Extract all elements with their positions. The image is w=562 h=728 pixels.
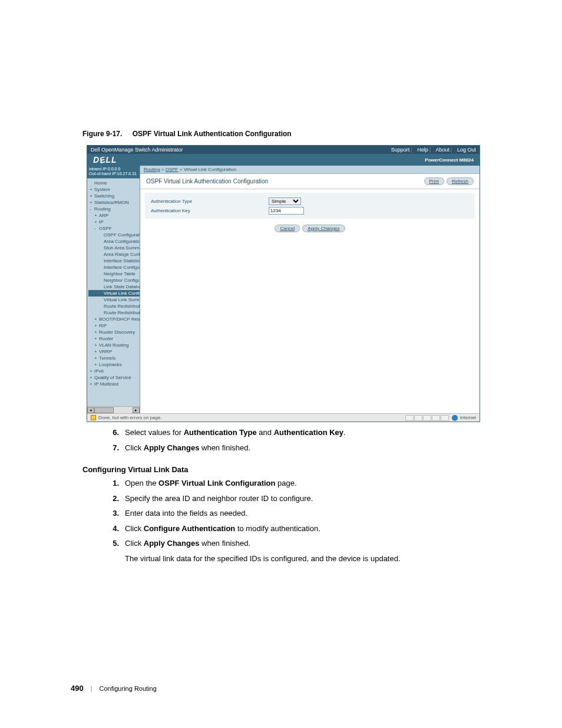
tree-item-label: Neighbor Table [104, 271, 135, 276]
tree-item-label: Switching [94, 193, 114, 199]
tree-item-label: VLAN Routing [99, 342, 129, 348]
tree-item[interactable]: Neighbor Configurat [88, 277, 140, 284]
brand-logo: DELL [93, 155, 117, 164]
tree-item-label: RIP [99, 323, 107, 328]
figure-caption: Figure 9-17. OSPF Virtual Link Authentic… [71, 130, 491, 138]
step-text: Select values for Authentication Type an… [125, 427, 491, 439]
warning-icon [91, 415, 96, 420]
status-bar: Done, but with errors on page. Internet [87, 413, 480, 421]
step-text: Specify the area ID and neighbor router … [125, 493, 491, 505]
tree-item[interactable]: +Loopbacks [88, 361, 140, 368]
apply-button[interactable]: Apply Changes [302, 225, 345, 232]
tree-expand-icon: + [94, 362, 99, 367]
tree-expand-icon: - [94, 226, 99, 231]
tree-item[interactable]: +Switching [88, 193, 140, 199]
tree-item[interactable]: +RIP [88, 322, 140, 329]
tree-expand-icon: + [90, 193, 94, 199]
left-pane: Inband IP:0.0.0.0 Out-of-band IP:10.27.6… [87, 166, 140, 413]
tree-item[interactable]: +IPv6 [88, 368, 140, 374]
tree-item[interactable]: +System [88, 186, 140, 193]
tree-item[interactable]: Route Redistribution [88, 309, 140, 316]
ip-inband: Inband IP:0.0.0.0 [89, 167, 138, 172]
tree-item[interactable]: +Router Discovery [88, 329, 140, 335]
nav-tree[interactable]: Home+System+Switching+Statistics/RMON-Ro… [87, 179, 140, 406]
brand-bar: DELL PowerConnect M8024 [87, 154, 480, 166]
breadcrumb-routing[interactable]: Routing [144, 167, 160, 172]
scroll-right-icon[interactable]: ▸ [133, 407, 140, 413]
step-number: 1. [106, 477, 119, 489]
row-auth-key: Authentication Key [151, 206, 469, 215]
scroll-thumb[interactable] [94, 407, 114, 413]
cancel-button[interactable]: Cancel [275, 225, 300, 232]
ip-outband: Out-of-band IP:10.27.6.31 [89, 172, 138, 176]
tree-item[interactable]: +Tunnels [88, 355, 140, 361]
tree-item[interactable]: Home [88, 180, 140, 186]
tree-item[interactable]: +IP [88, 219, 140, 225]
tree-item-label: ARP [99, 213, 108, 218]
tree-item-label: Area Configuration [104, 239, 140, 244]
tree-item[interactable]: Area Configuration [88, 238, 140, 245]
tree-expand-icon: + [90, 375, 94, 380]
step-text: Click Apply Changes when finished.The vi… [125, 538, 491, 564]
tree-item[interactable]: +ARP [88, 212, 140, 219]
tree-item[interactable]: Virtual Link Config [88, 290, 140, 297]
tree-item-label: VRRP [99, 349, 112, 354]
horiz-scrollbar[interactable]: ◂ ▸ [87, 406, 140, 413]
tree-item[interactable]: Interface Configurati [88, 264, 140, 271]
figure-title: OSPF Virtual Link Authentication Configu… [133, 130, 292, 138]
input-auth-key[interactable] [269, 207, 304, 215]
tree-expand-icon: - [90, 206, 94, 212]
tree-item[interactable]: +IP Multicast [88, 381, 140, 387]
tree-item[interactable]: Area Range Configu [88, 251, 140, 258]
step-text: Open the OSPF Virtual Link Configuration… [125, 477, 491, 489]
internet-icon [452, 415, 458, 421]
tree-item[interactable]: Neighbor Table [88, 271, 140, 277]
tree-item[interactable]: Stub Area Summary [88, 245, 140, 251]
step-text: Click Configure Authentication to modify… [125, 523, 491, 535]
tree-item[interactable]: -Routing [88, 206, 140, 212]
breadcrumb: Routing > OSPF > Virtual Link Configurat… [140, 166, 480, 174]
link-support[interactable]: Support [391, 147, 410, 153]
print-button[interactable]: Print [424, 177, 444, 185]
tree-item[interactable]: +BOOTP/DHCP Relay A [88, 316, 140, 322]
step-text: Enter data into the fields as needed. [125, 508, 491, 519]
tree-item-label: BOOTP/DHCP Relay A [99, 317, 140, 322]
link-help[interactable]: Help [417, 147, 428, 153]
tree-item[interactable]: Route Redistribution [88, 303, 140, 309]
tree-expand-icon: + [90, 381, 94, 387]
window-title-bar: Dell OpenManage Switch Administrator Sup… [87, 146, 480, 154]
tree-item[interactable]: +VRRP [88, 348, 140, 355]
tree-item[interactable]: +VLAN Routing [88, 342, 140, 348]
tree-item[interactable]: +Router [88, 335, 140, 342]
content-header: OSPF Virtual Link Authentication Configu… [140, 174, 480, 189]
step-number: 6. [106, 427, 119, 439]
tree-item-label: Router Discovery [99, 330, 135, 335]
step-row: 6.Select values for Authentication Type … [106, 427, 491, 439]
tree-expand-icon: + [94, 219, 99, 225]
tree-expand-icon: + [94, 330, 99, 335]
tree-item-label: Interface Configurati [104, 265, 140, 270]
tree-item[interactable]: +Statistics/RMON [88, 199, 140, 206]
tree-item-label: Stub Area Summary [104, 245, 140, 251]
select-auth-type[interactable]: Simple [269, 197, 301, 205]
scroll-left-icon[interactable]: ◂ [87, 407, 94, 413]
tree-item[interactable]: Link State Database [88, 284, 140, 290]
tree-item-label: Tunnels [99, 355, 115, 361]
window-title: Dell OpenManage Switch Administrator [91, 147, 183, 153]
tree-item[interactable]: OSPF Configuration [88, 232, 140, 238]
step-number: 2. [106, 493, 119, 505]
step-row: 2.Specify the area ID and neighbor route… [106, 493, 491, 505]
link-logout[interactable]: Log Out [457, 147, 476, 153]
tree-item[interactable]: Virtual Link Summa [88, 297, 140, 303]
tree-item[interactable]: +Quality of Service [88, 374, 140, 381]
tree-item[interactable]: -OSPF [88, 225, 140, 232]
step-text: Click Apply Changes when finished. [125, 442, 491, 454]
tree-item[interactable]: Interface Statistics [88, 258, 140, 264]
figure-number: Figure 9-17. [82, 130, 122, 138]
breadcrumb-ospf[interactable]: OSPF [166, 167, 178, 172]
config-panel: Authentication Type Simple Authenticatio… [145, 193, 475, 219]
link-about[interactable]: About [436, 147, 450, 153]
refresh-button[interactable]: Refresh [447, 177, 474, 185]
tree-expand-icon: + [94, 349, 99, 354]
ip-box: Inband IP:0.0.0.0 Out-of-band IP:10.27.6… [87, 166, 140, 179]
